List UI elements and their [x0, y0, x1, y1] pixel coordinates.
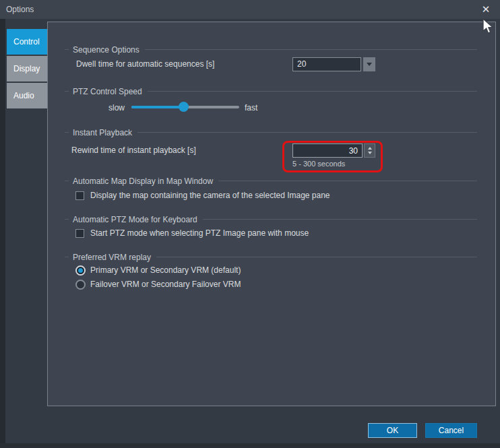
titlebar: Options ✕	[0, 0, 500, 19]
header-rule	[148, 91, 477, 92]
section-header-ptz-keyboard: Automatic PTZ Mode for Keyboard	[65, 215, 477, 224]
window-title: Options	[6, 5, 34, 14]
window-bottom-edge	[0, 443, 500, 448]
section-header-instant-playback: Instant Playback	[65, 128, 477, 137]
dwell-time-label: Dwell time for automatic sequences [s]	[76, 59, 214, 69]
section-header-vrm-replay: Preferred VRM replay	[65, 253, 477, 261]
rewind-time-spinner[interactable]	[364, 143, 375, 158]
slider-slow-label: slow	[98, 103, 125, 113]
vrm-failover-radio[interactable]	[75, 280, 86, 290]
dwell-time-select[interactable]: 20	[292, 57, 361, 71]
mouse-cursor	[482, 18, 497, 36]
header-dash	[65, 132, 69, 133]
header-dash	[65, 181, 69, 181]
tab-audio[interactable]: Audio	[7, 83, 47, 108]
chevron-down-icon	[367, 63, 372, 66]
header-dash	[65, 49, 69, 50]
header-dash	[65, 219, 69, 220]
vrm-failover-label: Failover VRM or Secondary Failover VRM	[90, 280, 241, 289]
ptz-speed-slider-thumb[interactable]	[179, 102, 189, 112]
section-header-map-display: Automatic Map Display in Map Window	[65, 177, 477, 185]
range-hint: 5 - 300 seconds	[292, 160, 345, 168]
radio-selected-dot	[78, 268, 83, 273]
vrm-primary-radio[interactable]	[75, 265, 86, 276]
header-rule	[156, 257, 477, 257]
spinner-up-icon[interactable]	[368, 147, 372, 150]
map-display-checkbox[interactable]	[75, 191, 84, 200]
dwell-time-dropdown-button[interactable]	[363, 57, 375, 71]
section-header-ptz-control-speed: PTZ Control Speed	[65, 87, 477, 96]
ptz-speed-slider-fill	[131, 106, 184, 108]
options-panel	[47, 22, 496, 406]
header-rule	[137, 132, 477, 133]
cancel-button[interactable]: Cancel	[425, 423, 477, 438]
tab-display[interactable]: Display	[7, 56, 47, 82]
rewind-time-input[interactable]	[292, 143, 363, 158]
ptz-keyboard-checkbox-label: Start PTZ mode when selecting PTZ Image …	[90, 228, 309, 238]
window-left-edge	[0, 19, 5, 448]
ok-button[interactable]: OK	[368, 423, 417, 438]
slider-fast-label: fast	[245, 103, 257, 113]
header-rule	[203, 219, 477, 220]
rewind-time-label: Rewind time of instant playback [s]	[71, 146, 196, 155]
spinner-down-icon[interactable]	[368, 152, 372, 154]
ptz-keyboard-checkbox[interactable]	[75, 229, 84, 238]
section-header-sequence-options: Sequence Options	[65, 45, 477, 54]
header-dash	[65, 91, 69, 92]
map-display-checkbox-label: Display the map containing the camera of…	[90, 191, 330, 200]
header-dash	[65, 257, 69, 257]
header-rule	[145, 49, 477, 50]
vrm-primary-label: Primary VRM or Secondary VRM (default)	[90, 265, 241, 275]
tab-control[interactable]: Control	[7, 29, 47, 55]
header-rule	[218, 181, 477, 181]
close-icon[interactable]: ✕	[477, 2, 495, 17]
